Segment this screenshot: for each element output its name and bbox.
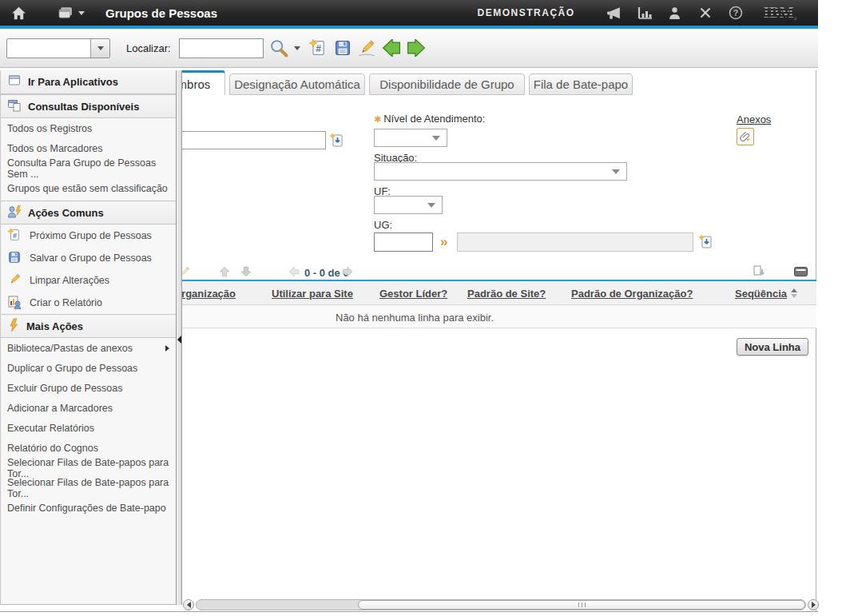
- accent-bar: [0, 26, 818, 29]
- anexos-link[interactable]: Anexos: [737, 113, 771, 125]
- go-to-applications-menu-icon[interactable]: [51, 6, 91, 20]
- action-selecionar-filas-1[interactable]: Selecionar Filas de Bate-papos para Tor.…: [1, 458, 176, 478]
- ug-field[interactable]: [374, 232, 433, 252]
- hscroll-track[interactable]: [196, 599, 806, 610]
- clear-changes-icon: [7, 272, 23, 289]
- query-todos-os-registros[interactable]: Todos os Registros: [1, 118, 176, 138]
- tab-disponibilidade-de-grupo-label: Disponibilidade de Grupo: [379, 77, 514, 91]
- action-proximo-grupo[interactable]: # Próximo Grupo de Pessoas: [1, 225, 176, 247]
- action-adicionar-marcadores[interactable]: Adicionar a Marcadores: [1, 398, 176, 418]
- previous-page-icon[interactable]: [288, 265, 300, 278]
- new-record-icon[interactable]: #: [308, 38, 328, 58]
- combobox-dropdown-button[interactable]: [90, 39, 109, 58]
- chevron-down-icon: [432, 136, 440, 141]
- search-icon[interactable]: [268, 38, 289, 58]
- help-icon[interactable]: ?: [721, 6, 751, 20]
- svg-text:#: #: [13, 231, 17, 239]
- uf-select[interactable]: [374, 196, 443, 214]
- tab-designacao-automatica[interactable]: Designação Automática: [229, 74, 365, 95]
- sort-indicator-icon[interactable]: [791, 288, 797, 298]
- sidebar-splitter[interactable]: [176, 70, 182, 605]
- column-padrao-de-site[interactable]: Padrão de Site?: [467, 288, 546, 300]
- query-todos-os-marcadores[interactable]: Todos os Marcadores: [1, 138, 176, 158]
- hscroll-right-arrow[interactable]: [808, 599, 819, 610]
- action-salvar-grupo[interactable]: Salvar o Grupo de Pessoas: [1, 247, 176, 269]
- hscroll-left-arrow[interactable]: [183, 599, 194, 610]
- table-empty-message: Não há nenhuma linha para exibir.: [336, 312, 494, 324]
- action-selecionar-filas-2[interactable]: Selecionar Filas de Bate-papos para Tor.…: [1, 478, 176, 498]
- nivel-de-atendimento-label: ✱Nível de Atendimento:: [374, 113, 485, 125]
- column-sequencia[interactable]: Seqüência: [735, 288, 787, 300]
- collapse-sidebar-icon[interactable]: [177, 336, 181, 344]
- query-sem-classificacao[interactable]: Grupos que estão sem classificação: [1, 178, 176, 198]
- group-detail-menu-icon[interactable]: [329, 133, 345, 149]
- previous-record-icon[interactable]: [381, 39, 402, 57]
- move-row-down-icon[interactable]: [240, 265, 252, 278]
- announcements-icon[interactable]: [599, 6, 630, 20]
- common-actions-icon: [7, 205, 22, 221]
- tab-designacao-automatica-label: Designação Automática: [234, 77, 360, 91]
- action-duplicar-grupo[interactable]: Duplicar o Grupo de Pessoas: [1, 358, 176, 378]
- nova-linha-button[interactable]: Nova Linha: [737, 338, 808, 356]
- column-padrao-de-organizacao[interactable]: Padrão de Organização?: [571, 288, 693, 300]
- title-bar: Grupos de Pessoas DEMONSTRAÇÃO: [0, 0, 818, 26]
- home-icon[interactable]: [0, 6, 37, 20]
- next-page-icon[interactable]: [341, 265, 354, 278]
- application-window: Membros Designação Automática Disponibil…: [0, 0, 842, 616]
- ug-detail-menu-icon[interactable]: [698, 234, 714, 250]
- nivel-de-atendimento-select[interactable]: [374, 129, 447, 147]
- column-utilizar-para-site[interactable]: Utilizar para Site: [272, 288, 353, 300]
- app-window-icon: [7, 74, 22, 90]
- save-icon[interactable]: [333, 38, 352, 58]
- table-empty-row: Não há nenhuma linha para exibir.: [182, 305, 816, 328]
- sidebar-section-ir-para-aplicativos[interactable]: Ir Para Aplicativos: [1, 70, 176, 94]
- clear-changes-icon[interactable]: [357, 38, 376, 58]
- situacao-select[interactable]: [374, 162, 627, 181]
- action-definir-configuracoes-bate-papo[interactable]: Definir Configurações de Bate-papo: [1, 498, 176, 518]
- move-row-up-icon[interactable]: [218, 265, 231, 278]
- svg-text:#: #: [316, 43, 321, 54]
- download-table-icon[interactable]: [752, 264, 766, 279]
- column-organizacao[interactable]: Organização: [173, 288, 236, 300]
- app-bottom-border: [0, 611, 818, 612]
- close-icon[interactable]: [690, 6, 721, 19]
- query-grupo-sem[interactable]: Consulta Para Grupo de Pessoas Sem ...: [1, 158, 176, 178]
- ug-label: UG:: [374, 219, 392, 231]
- reports-chart-icon[interactable]: [630, 6, 660, 19]
- actions-sidebar: Ir Para Aplicativos Consultas Disponívei…: [0, 70, 176, 605]
- query-combobox[interactable]: [6, 38, 110, 58]
- paperclip-icon[interactable]: [737, 128, 754, 145]
- tab-disponibilidade-de-grupo[interactable]: Disponibilidade de Grupo: [369, 74, 525, 95]
- chevron-down-icon: [97, 46, 104, 50]
- localizar-input[interactable]: [179, 38, 264, 58]
- go-to-chevron[interactable]: »: [440, 234, 447, 250]
- main-content-area: [182, 70, 816, 611]
- search-options-chevron-icon[interactable]: [294, 46, 300, 50]
- available-queries-icon: [7, 98, 22, 115]
- chevron-down-icon: [612, 169, 620, 174]
- action-excluir-grupo[interactable]: Excluir Grupo de Pessoas: [1, 378, 176, 398]
- page-title: Grupos de Pessoas: [105, 6, 217, 20]
- sidebar-section-mais-acoes[interactable]: Mais Ações: [1, 314, 176, 338]
- create-report-icon: [7, 295, 23, 312]
- action-relatorio-cognos[interactable]: Relatório do Cognos: [1, 438, 176, 458]
- next-record-icon[interactable]: [406, 39, 427, 57]
- sidebar-section-consultas-disponiveis[interactable]: Consultas Disponíveis: [1, 94, 176, 118]
- table-header-row: Organização Utilizar para Site Gestor Lí…: [182, 281, 816, 305]
- action-biblioteca-pastas-anexos[interactable]: Biblioteca/Pastas de anexos: [1, 338, 176, 358]
- submenu-arrow-icon: [165, 345, 169, 352]
- tab-fila-de-bate-papo[interactable]: Fila de Bate-papo: [529, 74, 633, 95]
- minimize-table-icon[interactable]: [794, 267, 808, 276]
- action-criar-relatorio[interactable]: Criar o Relatório: [1, 292, 176, 314]
- profile-icon[interactable]: [660, 6, 690, 20]
- hscroll-thumb[interactable]: [358, 600, 805, 610]
- sidebar-section-acoes-comuns[interactable]: Ações Comuns: [1, 201, 176, 225]
- save-icon: [7, 250, 23, 267]
- ug-description-field: [457, 232, 693, 252]
- action-executar-relatorios[interactable]: Executar Relatórios: [1, 418, 176, 438]
- column-gestor-lider[interactable]: Gestor Líder?: [379, 288, 447, 300]
- required-marker-icon: ✱: [374, 114, 381, 124]
- action-limpar-alteracoes[interactable]: Limpar Alterações: [1, 269, 176, 292]
- tab-fila-de-bate-papo-label: Fila de Bate-papo: [534, 77, 628, 91]
- query-combobox-value: [7, 39, 14, 58]
